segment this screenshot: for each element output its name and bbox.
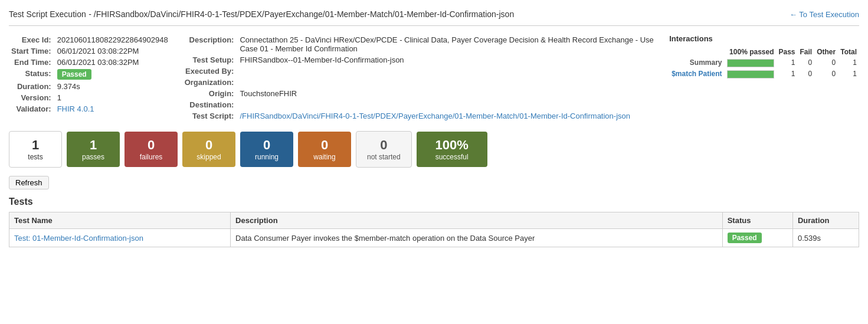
stat-not-started: 0 not started xyxy=(356,131,412,168)
executed-by-label: Executed By: xyxy=(182,66,238,77)
progress-bar-container-0 xyxy=(727,59,774,67)
test-name-link-0[interactable]: Test: 01-Member-Id-Confirmation-json xyxy=(14,234,143,243)
origin-value: TouchstoneFHIR xyxy=(237,88,657,99)
test-duration-0: 0.539s xyxy=(792,229,859,247)
passes-label: passes xyxy=(77,153,109,161)
exec-id-value: 20210601180822922864902948 xyxy=(55,34,171,45)
running-count: 0 xyxy=(251,138,283,153)
end-time-label: End Time: xyxy=(9,57,55,68)
stat-failures: 0 failures xyxy=(125,132,178,167)
failures-count: 0 xyxy=(135,138,167,153)
test-script-label: Test Script: xyxy=(182,110,238,122)
page-title-main: Test Script Execution xyxy=(9,9,86,19)
waiting-count: 0 xyxy=(309,138,340,153)
version-value: 1 xyxy=(55,92,171,103)
col-status: Status xyxy=(722,212,792,229)
organization-value xyxy=(237,77,657,88)
interactions-col-total: Total xyxy=(838,47,859,57)
progress-bar-fill-0 xyxy=(728,60,774,67)
tests-count: 1 xyxy=(20,138,51,153)
progress-bar-container-1 xyxy=(727,70,774,78)
interactions-table: 100% passed Pass Fail Other Total Summar… xyxy=(669,47,859,80)
interactions-row-other-0: 0 xyxy=(814,57,838,68)
destination-value xyxy=(237,99,657,110)
tests-table: Test Name Description Status Duration Te… xyxy=(9,212,859,247)
page-title: Test Script Execution - /FHIRSandbox/DaV… xyxy=(9,9,514,19)
description-label: Description: xyxy=(182,34,238,54)
interactions-col-fail: Fail xyxy=(798,47,815,57)
page-title-path: - /FHIRSandbox/DaVinci/FHIR4-0-1-Test/PD… xyxy=(89,9,514,19)
interactions-row-pass-1: 1 xyxy=(777,68,798,80)
table-row: Test: 01-Member-Id-Confirmation-jsonData… xyxy=(9,229,859,247)
interactions-col-other: Other xyxy=(814,47,838,57)
stat-running: 0 running xyxy=(240,132,293,167)
exec-id-label: Exec Id: xyxy=(9,34,55,45)
description-value: Connectathon 25 - DaVinci HRex/CDex/PCDE… xyxy=(237,34,657,54)
skipped-label: skipped xyxy=(193,153,225,161)
test-status-badge-0: Passed xyxy=(728,233,762,243)
status-label: Status: xyxy=(9,68,55,81)
interactions-row-fail-0: 0 xyxy=(798,57,815,68)
waiting-label: waiting xyxy=(309,153,340,161)
refresh-button[interactable]: Refresh xyxy=(9,176,49,189)
interactions-title: Interactions xyxy=(669,34,859,43)
passes-count: 1 xyxy=(77,138,109,153)
progress-bar-fill-1 xyxy=(728,71,774,78)
col-test-name: Test Name xyxy=(9,212,231,229)
col-duration: Duration xyxy=(792,212,859,229)
not-started-label: not started xyxy=(367,153,401,161)
duration-label: Duration: xyxy=(9,81,55,92)
interactions-row-other-1: 0 xyxy=(814,68,838,80)
validator-label: Validator: xyxy=(9,103,55,114)
success-label: successful xyxy=(427,153,477,161)
tests-section-title: Tests xyxy=(9,197,859,207)
test-description-0: Data Consumer Payer invokes the $member-… xyxy=(231,229,723,247)
page-header: Test Script Execution - /FHIRSandbox/DaV… xyxy=(9,9,859,26)
organization-label: Organization: xyxy=(182,77,238,88)
not-started-count: 0 xyxy=(367,138,401,153)
test-setup-value: FHIRSandbox--01-Member-Id-Confirmation-j… xyxy=(237,54,657,66)
interactions-row-link-1[interactable]: $match Patient xyxy=(672,70,722,78)
stat-waiting: 0 waiting xyxy=(298,132,351,167)
test-setup-label: Test Setup: xyxy=(182,54,238,66)
tests-section: Tests Test Name Description Status Durat… xyxy=(9,197,859,247)
stat-passes: 1 passes xyxy=(67,132,120,167)
validator-link[interactable]: FHIR 4.0.1 xyxy=(57,104,94,113)
back-link[interactable]: To Test Execution xyxy=(790,10,859,19)
info-section: Exec Id: 20210601180822922864902948 Star… xyxy=(9,34,859,122)
interactions-row-total-1: 1 xyxy=(838,68,859,80)
executed-by-value xyxy=(237,66,657,77)
origin-label: Origin: xyxy=(182,88,238,99)
interactions-col-pass: Pass xyxy=(777,47,798,57)
stat-success: 100% successful xyxy=(417,132,487,167)
test-details: Description: Connectathon 25 - DaVinci H… xyxy=(182,34,657,122)
failures-label: failures xyxy=(135,153,167,161)
version-label: Version: xyxy=(9,92,55,103)
col-description: Description xyxy=(231,212,723,229)
interactions-section: Interactions 100% passed Pass Fail Other… xyxy=(669,34,859,122)
end-time-value: 06/01/2021 03:08:32PM xyxy=(55,57,171,68)
start-time-label: Start Time: xyxy=(9,45,55,57)
stat-skipped: 0 skipped xyxy=(182,132,235,167)
start-time-value: 06/01/2021 03:08:22PM xyxy=(55,45,171,57)
interactions-row-fail-1: 0 xyxy=(798,68,815,80)
interactions-row-pass-0: 1 xyxy=(777,57,798,68)
status-badge: Passed xyxy=(57,69,91,80)
validator-value: FHIR 4.0.1 xyxy=(55,103,171,114)
test-script-value: /FHIRSandbox/DaVinci/FHIR4-0-1-Test/PDEX… xyxy=(237,110,657,122)
interactions-col-pct: 100% passed xyxy=(725,47,777,57)
running-label: running xyxy=(251,153,283,161)
destination-label: Destination: xyxy=(182,99,238,110)
exec-info: Exec Id: 20210601180822922864902948 Star… xyxy=(9,34,171,122)
stats-section: 1 tests 1 passes 0 failures 0 skipped 0 … xyxy=(9,131,859,168)
stat-tests: 1 tests xyxy=(9,131,62,168)
test-script-link[interactable]: /FHIRSandbox/DaVinci/FHIR4-0-1-Test/PDEX… xyxy=(240,112,630,120)
duration-value: 9.374s xyxy=(55,81,171,92)
interactions-row-total-0: 1 xyxy=(838,57,859,68)
interactions-col-empty xyxy=(669,47,724,57)
success-pct: 100% xyxy=(427,138,477,153)
status-value: Passed xyxy=(55,68,171,81)
interactions-row-label-0: Summary xyxy=(669,57,724,68)
skipped-count: 0 xyxy=(193,138,225,153)
tests-label: tests xyxy=(20,153,51,161)
